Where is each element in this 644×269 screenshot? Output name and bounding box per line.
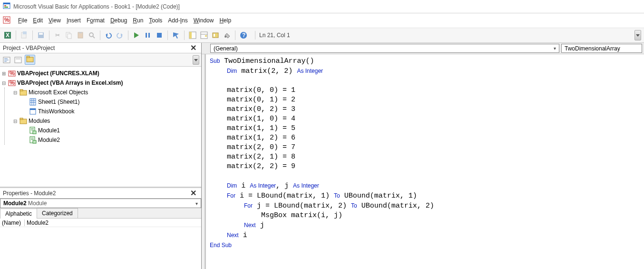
- run-icon[interactable]: [132, 30, 141, 40]
- tree-module2[interactable]: Module2: [5, 135, 200, 145]
- property-row-name: (Name) Module2: [0, 219, 201, 227]
- copy-icon[interactable]: [64, 30, 74, 40]
- svg-marker-35: [636, 34, 640, 37]
- module-icon: [29, 127, 37, 134]
- module-icon: [29, 136, 37, 144]
- tree-thisworkbook[interactable]: ThisWorkbook: [5, 107, 200, 116]
- tab-categorized[interactable]: Categorized: [37, 208, 78, 218]
- svg-marker-44: [194, 59, 198, 61]
- title-bar: Microsoft Visual Basic for Applications …: [0, 0, 644, 13]
- object-combo[interactable]: (General) ▾: [210, 44, 559, 53]
- svg-rect-51: [30, 99, 36, 105]
- svg-text:%: %: [10, 80, 15, 86]
- svg-rect-57: [30, 109, 36, 110]
- project-tree[interactable]: ⊞ % VBAProject (FUNCRES.XLAM) ⊟ % VBAPro…: [0, 67, 201, 188]
- svg-rect-15: [79, 32, 82, 33]
- svg-rect-1: [3, 3, 10, 4]
- reset-icon[interactable]: [155, 30, 164, 40]
- window-title: Microsoft Visual Basic for Applications …: [13, 3, 180, 10]
- menu-format[interactable]: Format: [84, 15, 107, 26]
- cut-icon[interactable]: ✂: [53, 30, 62, 40]
- menu-view[interactable]: View: [46, 15, 64, 26]
- tree-project-funcres[interactable]: ⊞ % VBAProject (FUNCRES.XLAM): [1, 69, 200, 78]
- svg-rect-67: [33, 140, 36, 143]
- main-toolbar: X ✂ ? Ln 21, Col 1: [0, 28, 644, 43]
- tree-modules-folder[interactable]: ⊟ Modules: [5, 116, 200, 126]
- properties-panel-title: Properties - Module2: [3, 190, 56, 197]
- vba-doc-icon: %: [3, 16, 10, 25]
- design-mode-icon[interactable]: [171, 30, 181, 40]
- toolbar-overflow-icon[interactable]: [634, 30, 641, 40]
- project-panel-close-icon[interactable]: ✕: [188, 43, 198, 52]
- svg-rect-30: [213, 33, 218, 38]
- collapse-icon[interactable]: ⊟: [1, 80, 7, 86]
- properties-grid[interactable]: (Name) Module2: [0, 219, 201, 269]
- redo-icon[interactable]: [115, 30, 125, 40]
- collapse-icon[interactable]: ⊟: [12, 90, 18, 95]
- svg-rect-31: [214, 34, 215, 37]
- properties-panel-close-icon[interactable]: ✕: [188, 189, 198, 198]
- menu-debug[interactable]: Debug: [107, 15, 130, 26]
- vba-app-icon: [3, 2, 10, 11]
- menu-add-ins[interactable]: Add-Ins: [165, 15, 190, 26]
- tree-sheet1[interactable]: Sheet1 (Sheet1): [5, 97, 200, 107]
- properties-panel-header: Properties - Module2 ✕: [0, 188, 201, 199]
- svg-rect-21: [146, 33, 147, 38]
- project-explorer-icon[interactable]: [188, 30, 197, 40]
- project-panel-title: Project - VBAProject: [3, 45, 55, 51]
- menu-file[interactable]: File: [15, 15, 30, 26]
- menu-help[interactable]: Help: [216, 15, 234, 26]
- svg-rect-40: [15, 57, 21, 63]
- svg-point-16: [89, 33, 93, 37]
- menu-run[interactable]: Run: [130, 15, 146, 26]
- find-icon[interactable]: [87, 30, 97, 40]
- code-dropdown-row: (General) ▾ TwoDimensionalArray: [202, 43, 644, 54]
- view-excel-icon[interactable]: X: [3, 30, 12, 40]
- tree-module1[interactable]: Module1: [5, 126, 200, 135]
- svg-rect-41: [16, 58, 20, 60]
- object-selector-combo[interactable]: Module2 Module ▾: [0, 199, 201, 208]
- svg-rect-50: [20, 90, 23, 91]
- procedure-combo[interactable]: TwoDimensionalArray: [561, 44, 642, 53]
- toolbox-icon[interactable]: [222, 30, 232, 40]
- collapse-icon[interactable]: ⊟: [12, 119, 18, 124]
- code-editor[interactable]: Sub TwoDimensionalArray() Dim matrix(2, …: [205, 54, 644, 269]
- svg-rect-59: [20, 118, 23, 120]
- paste-icon[interactable]: [76, 30, 85, 40]
- svg-rect-63: [33, 131, 36, 134]
- undo-icon[interactable]: [104, 30, 113, 40]
- menu-insert[interactable]: Insert: [64, 15, 84, 26]
- svg-text:%: %: [4, 17, 10, 23]
- tab-alphabetic[interactable]: Alphabetic: [0, 209, 37, 219]
- menu-tools[interactable]: Tools: [146, 15, 165, 26]
- tree-excel-objects-folder[interactable]: ⊟ Microsoft Excel Objects: [5, 88, 200, 97]
- project-panel-header: Project - VBAProject ✕: [0, 43, 201, 53]
- folder-icon: [20, 89, 27, 96]
- project-panel-toolbar: [0, 53, 201, 67]
- cursor-position-status: Ln 21, Col 1: [255, 31, 294, 40]
- properties-window-icon[interactable]: [199, 30, 209, 40]
- toggle-folders-icon[interactable]: [25, 55, 35, 65]
- menu-bar: % FileEditViewInsertFormatDebugRunToolsA…: [0, 13, 644, 28]
- object-browser-icon[interactable]: [211, 30, 220, 40]
- expand-icon[interactable]: ⊞: [1, 71, 7, 76]
- worksheet-icon: [29, 98, 37, 106]
- save-icon[interactable]: [36, 30, 46, 40]
- chevron-down-icon: ▾: [195, 201, 198, 206]
- svg-rect-13: [68, 34, 71, 39]
- menu-edit[interactable]: Edit: [30, 15, 46, 26]
- svg-rect-2: [4, 5, 6, 6]
- help-icon[interactable]: ?: [239, 30, 248, 40]
- svg-rect-43: [27, 56, 29, 58]
- menu-window[interactable]: Window: [191, 15, 217, 26]
- break-icon[interactable]: [143, 30, 153, 40]
- view-object-icon[interactable]: [13, 55, 23, 65]
- tree-project-arrays[interactable]: ⊟ % VBAProject (VBA Arrays in Excel.xlsm…: [1, 78, 200, 88]
- svg-point-32: [224, 36, 226, 38]
- view-code-icon[interactable]: [2, 55, 11, 65]
- svg-marker-20: [134, 32, 139, 38]
- svg-marker-24: [173, 32, 179, 39]
- svg-text:%: %: [10, 70, 15, 77]
- insert-module-icon[interactable]: [20, 30, 29, 40]
- project-toolbar-overflow-icon[interactable]: [193, 55, 199, 65]
